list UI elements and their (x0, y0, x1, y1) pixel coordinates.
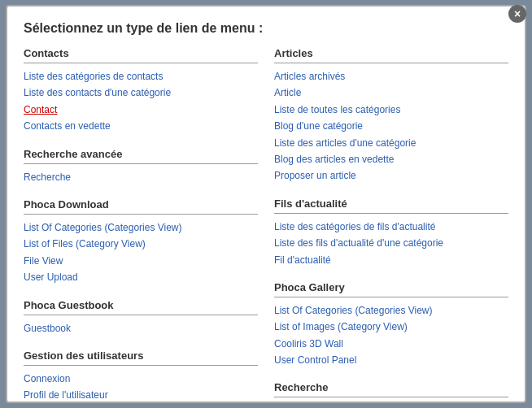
link-contacts-1[interactable]: Liste des contacts d'une catégorie (24, 85, 258, 101)
section-title-articles: Articles (274, 47, 508, 63)
link-articles-1[interactable]: Article (274, 85, 508, 101)
link-phoca-download-0[interactable]: List Of Categories (Categories View) (24, 219, 258, 236)
link-phoca-gallery-2[interactable]: Cooliris 3D Wall (274, 336, 508, 352)
link-phoca-guestbook-0[interactable]: Guestbook (24, 320, 258, 336)
link-fils-actualite-0[interactable]: Liste des catégories de fils d'actualité (274, 219, 508, 235)
section-recherche: RechercheFormulaire de recherche / Résul… (274, 381, 508, 401)
section-phoca-gallery: Phoca GalleryList Of Categories (Categor… (274, 281, 508, 369)
link-phoca-download-2[interactable]: File View (24, 253, 258, 269)
modal-body: ContactsListe des catégories de contacts… (7, 47, 525, 401)
link-phoca-download-1[interactable]: List of Files (Category View) (24, 236, 258, 252)
link-contacts-0[interactable]: Liste des catégories de contacts (24, 68, 258, 85)
section-recherche-avancee: Recherche avancéeRecherche (24, 148, 258, 185)
link-gestion-utilisateurs-0[interactable]: Connexion (24, 371, 258, 387)
left-column: ContactsListe des catégories de contacts… (24, 47, 258, 401)
section-phoca-guestbook: Phoca GuestbookGuestbook (24, 299, 258, 336)
section-articles: ArticlesArticles archivésArticleListe de… (274, 47, 508, 184)
modal-dialog: × Sélectionnez un type de lien de menu :… (6, 5, 526, 403)
section-title-recherche-avancee: Recherche avancée (24, 148, 258, 164)
link-contacts-3[interactable]: Contacts en vedette (24, 118, 258, 134)
link-articles-6[interactable]: Proposer un article (274, 167, 508, 184)
section-title-gestion-utilisateurs: Gestion des utilisateurs (24, 349, 258, 366)
section-title-phoca-gallery: Phoca Gallery (274, 281, 508, 297)
link-contacts-2[interactable]: Contact (24, 102, 258, 118)
link-phoca-gallery-1[interactable]: List of Images (Category View) (274, 319, 508, 335)
link-articles-4[interactable]: Liste des articles d'une catégorie (274, 135, 508, 151)
link-fils-actualite-2[interactable]: Fil d'actualité (274, 252, 508, 268)
link-articles-2[interactable]: Liste de toutes les catégories (274, 102, 508, 118)
modal-title: Sélectionnez un type de lien de menu : (7, 7, 525, 47)
link-fils-actualite-1[interactable]: Liste des fils d'actualité d'une catégor… (274, 235, 508, 251)
section-title-recherche: Recherche (274, 381, 508, 397)
link-phoca-gallery-3[interactable]: User Control Panel (274, 352, 508, 368)
section-fils-actualite: Fils d'actualitéListe des catégories de … (274, 197, 508, 268)
right-column: ArticlesArticles archivésArticleListe de… (274, 47, 508, 401)
section-contacts: ContactsListe des catégories de contacts… (24, 47, 258, 135)
close-button[interactable]: × (508, 5, 526, 23)
link-articles-3[interactable]: Blog d'une catégorie (274, 118, 508, 134)
link-recherche-avancee-0[interactable]: Recherche (24, 169, 258, 185)
section-title-fils-actualite: Fils d'actualité (274, 197, 508, 214)
section-gestion-utilisateurs: Gestion des utilisateursConnexionProfil … (24, 349, 258, 401)
link-phoca-gallery-0[interactable]: List Of Categories (Categories View) (274, 302, 508, 319)
link-phoca-download-3[interactable]: User Upload (24, 269, 258, 285)
sections-grid: ContactsListe des catégories de contacts… (24, 47, 508, 401)
section-title-phoca-download: Phoca Download (24, 198, 258, 215)
link-articles-5[interactable]: Blog des articles en vedette (274, 151, 508, 167)
link-gestion-utilisateurs-1[interactable]: Profil de l'utilisateur (24, 387, 258, 401)
section-title-contacts: Contacts (24, 47, 258, 63)
section-title-phoca-guestbook: Phoca Guestbook (24, 299, 258, 315)
link-articles-0[interactable]: Articles archivés (274, 68, 508, 85)
section-phoca-download: Phoca DownloadList Of Categories (Catego… (24, 198, 258, 286)
